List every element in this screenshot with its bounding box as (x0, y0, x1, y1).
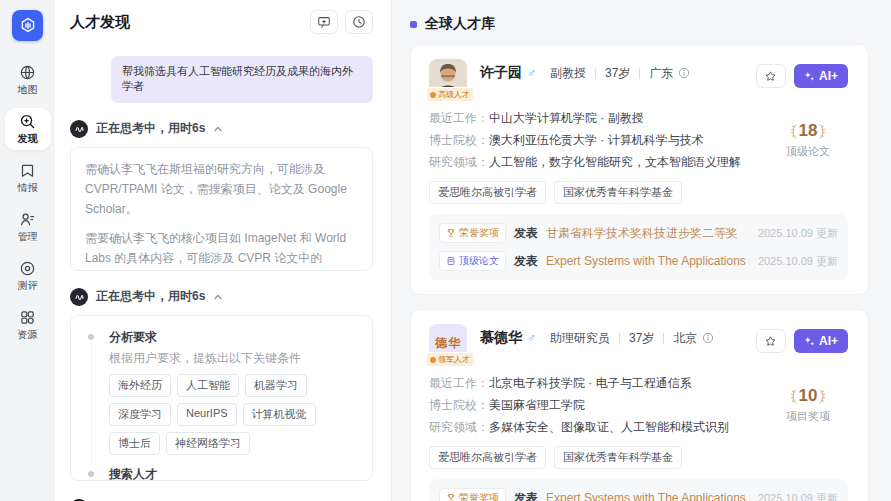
ai-plus-label: AI+ (819, 69, 838, 83)
talent-name[interactable]: 慕德华 (480, 329, 522, 347)
sparkle-icon (804, 336, 815, 347)
target-icon (19, 260, 36, 277)
bookmark-icon (19, 162, 36, 179)
laurel-right-icon (819, 388, 827, 405)
news-row[interactable]: 顶级论文 发表 Expert Systems with The Applicat… (439, 247, 838, 275)
info-icon[interactable] (678, 67, 690, 79)
divider (595, 68, 596, 79)
trophy-icon (446, 493, 456, 501)
stat-value: 18 (799, 121, 818, 141)
favorite-button[interactable] (756, 329, 786, 353)
news-link[interactable]: Expert Systems with The Applications new… (546, 490, 750, 501)
step-connector (91, 480, 92, 481)
talent-age: 37岁 (605, 65, 630, 82)
search-icon (19, 113, 36, 130)
avatar-wrap: 高级人才 (429, 59, 467, 97)
new-chat-button[interactable] (310, 10, 338, 34)
divider (663, 333, 664, 344)
news-date: 2025.10.09 更新 (758, 254, 838, 269)
step-connector (91, 343, 92, 464)
talent-stat: 18 顶级论文 (786, 121, 830, 159)
thinking-header-2[interactable]: 正在思考中，用时6s (70, 288, 373, 306)
new-chat-icon (317, 15, 331, 29)
card-header: 德华 领军人才 慕德华 ♂ 助理研究员 37岁 (429, 324, 848, 362)
step-title: 搜索人才 (109, 466, 358, 481)
news-action: 发表 (514, 253, 538, 270)
sidebar-item-map[interactable]: 地图 (5, 59, 51, 101)
talent-header: 全球人才库 (392, 13, 891, 35)
sidebar-item-discover[interactable]: 发现 (5, 108, 51, 150)
talent-level-label: 领军人才 (438, 354, 470, 365)
news-link[interactable]: Expert Systems with The Applications new… (546, 253, 750, 270)
history-button[interactable] (345, 10, 373, 34)
app-window: 地图 发现 情报 管理 (0, 0, 891, 501)
sidebar-item-assess[interactable]: 测评 (5, 255, 51, 297)
news-action: 发表 (514, 490, 538, 501)
news-block: 荣誉奖项 发表 甘肃省科学技术奖科技进步奖二等奖 2025.10.09 更新 顶… (429, 214, 848, 280)
news-row[interactable]: 荣誉奖项 发表 甘肃省科学技术奖科技进步奖二等奖 2025.10.09 更新 (439, 219, 838, 247)
assistant-avatar (70, 288, 88, 306)
chevron-up-icon (213, 292, 223, 302)
ai-plus-button[interactable]: AI+ (794, 64, 848, 88)
avatar-wrap: 德华 领军人才 (429, 324, 467, 362)
sidebar-item-label: 发现 (18, 132, 38, 146)
ai-plus-button[interactable]: AI+ (794, 329, 848, 353)
news-badge-award: 荣誉奖项 (439, 488, 506, 501)
talent-card: 高级人才 许子园 ♂ 副教授 37岁 广东 (410, 44, 869, 295)
divider (639, 68, 640, 79)
thinking-status: 正在思考中，用时6s (96, 120, 205, 137)
sidebar-item-intel[interactable]: 情报 (5, 157, 51, 199)
paper-icon (446, 256, 456, 266)
favorite-button[interactable] (756, 64, 786, 88)
medal-icon (430, 92, 436, 98)
assistant-avatar (70, 120, 88, 138)
app-logo-icon[interactable] (12, 10, 43, 41)
chat-panel: 人才发现 帮我筛选具有人工智能研究经历及成果的海内外学者 正在思考中，用时6s (55, 0, 392, 501)
keyword-chip: 神经网络学习 (166, 432, 250, 455)
talent-level-label: 高级人才 (438, 89, 470, 100)
sidebar-nav: 地图 发现 情报 管理 (5, 59, 51, 346)
sidebar-item-label: 测评 (18, 279, 38, 293)
grid-icon (19, 309, 36, 326)
talent-location: 北京 (673, 330, 697, 347)
info-icon[interactable] (702, 332, 714, 344)
ai-plus-label: AI+ (819, 334, 838, 348)
honor-tag: 爱思唯尔高被引学者 (429, 446, 546, 469)
male-icon: ♂ (527, 331, 536, 345)
sidebar-item-resource[interactable]: 资源 (5, 304, 51, 346)
thinking-paragraph: 需要确认李飞飞的核心项目如 ImageNet 和 World Labs 的具体内… (85, 228, 358, 271)
news-badge-award: 荣誉奖项 (439, 223, 506, 243)
keyword-chip: 计算机视觉 (243, 403, 316, 426)
user-message-row: 帮我筛选具有人工智能研究经历及成果的海内外学者 (70, 56, 373, 103)
page-title: 人才发现 (70, 13, 130, 32)
news-link[interactable]: 甘肃省科学技术奖科技进步奖二等奖 (546, 225, 738, 242)
field-label: 研究领域： (429, 416, 489, 438)
talent-name[interactable]: 许子园 (480, 64, 522, 82)
laurel-left-icon (789, 388, 797, 405)
news-date: 2025.10.09 更新 (758, 491, 838, 501)
laurel-right-icon (819, 123, 827, 140)
sidebar-item-manage[interactable]: 管理 (5, 206, 51, 248)
step-title: 分析要求 (109, 329, 358, 346)
chevron-up-icon (213, 124, 223, 134)
plan-steps-box: 分析要求 根据用户要求，提炼出以下关键条件 海外经历 人工智能 机器学习 深度学… (70, 315, 373, 481)
history-clock-icon (352, 15, 366, 29)
news-badge-label: 顶级论文 (459, 254, 499, 268)
talent-level-badge: 高级人才 (426, 87, 474, 102)
laurel-left-icon (789, 123, 797, 140)
talent-library-title: 全球人才库 (425, 15, 495, 33)
talent-stat: 10 项目奖项 (786, 386, 830, 424)
keyword-chips: 海外经历 人工智能 机器学习 深度学习 NeurIPS 计算机视觉 博士后 神经… (109, 374, 358, 455)
news-badge-label: 荣誉奖项 (459, 226, 499, 240)
talent-summary: 许子园 ♂ 副教授 37岁 广东 (480, 59, 756, 82)
stat-label: 顶级论文 (786, 144, 830, 159)
field-value: 澳大利亚伍伦贡大学 · 计算机科学与技术 (489, 129, 704, 151)
stat-label: 项目奖项 (786, 409, 830, 424)
user-message: 帮我筛选具有人工智能研究经历及成果的海内外学者 (111, 56, 373, 103)
talent-summary: 慕德华 ♂ 助理研究员 37岁 北京 (480, 324, 756, 347)
thinking-header-1[interactable]: 正在思考中，用时6s (70, 120, 373, 138)
plan-step-analyze: 分析要求 根据用户要求，提炼出以下关键条件 海外经历 人工智能 机器学习 深度学… (85, 329, 358, 455)
trophy-icon (446, 228, 456, 238)
news-row[interactable]: 荣誉奖项 发表 Expert Systems with The Applicat… (439, 484, 838, 501)
talent-panel: 全球人才库 高级人才 许子园 ♂ (392, 0, 891, 501)
